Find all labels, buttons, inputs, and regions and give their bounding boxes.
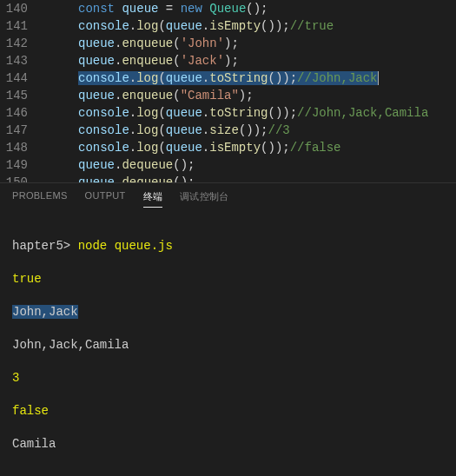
tab-debug-console[interactable]: 调试控制台 xyxy=(180,190,229,208)
code-text: queue.enqueue('John'); xyxy=(43,35,456,52)
code-line[interactable]: 141 console.log(queue.isEmpty());//true xyxy=(0,17,456,35)
code-text: const queue = new Queue(); xyxy=(43,0,456,17)
terminal-line: false xyxy=(12,403,444,420)
code-editor[interactable]: 140 const queue = new Queue(); 141 conso… xyxy=(0,0,456,182)
terminal-line: John,Jack xyxy=(12,304,444,321)
code-text: queue.enqueue("Camila"); xyxy=(43,87,456,104)
code-text: console.log(queue.size());//3 xyxy=(43,122,456,139)
tab-output[interactable]: OUTPUT xyxy=(85,190,126,208)
code-text: console.log(queue.toString());//John,Jac… xyxy=(43,104,456,122)
terminal-line: 3 xyxy=(12,370,444,387)
code-line[interactable]: 146 console.log(queue.toString());//John… xyxy=(0,104,456,122)
line-number: 140 xyxy=(0,0,43,17)
code-text: queue.dequeue(); xyxy=(43,156,456,174)
line-number: 147 xyxy=(0,122,43,139)
tab-problems[interactable]: PROBLEMS xyxy=(12,190,68,208)
tab-terminal[interactable]: 终端 xyxy=(143,190,163,208)
code-text: queue.enqueue('Jack'); xyxy=(43,52,456,69)
line-number: 150 xyxy=(0,174,43,182)
code-line[interactable]: 142 queue.enqueue('John'); xyxy=(0,35,456,52)
panel-tabs: PROBLEMS OUTPUT 终端 调试控制台 xyxy=(0,183,456,215)
code-line[interactable]: 143 queue.enqueue('Jack'); xyxy=(0,52,456,69)
terminal-line: true xyxy=(12,271,444,288)
terminal-line: John,Jack,Camila xyxy=(12,337,444,354)
code-text: console.log(queue.toString());//John,Jac… xyxy=(43,69,456,87)
line-number: 149 xyxy=(0,156,43,174)
code-line[interactable]: 150 queue.dequeue(); xyxy=(0,174,456,182)
line-number: 142 xyxy=(0,35,43,52)
code-line[interactable]: 145 queue.enqueue("Camila"); xyxy=(0,87,456,104)
terminal-line: Camila xyxy=(12,436,444,453)
code-line[interactable]: 148 console.log(queue.isEmpty());//false xyxy=(0,139,456,156)
line-number: 146 xyxy=(0,104,43,122)
code-line[interactable]: 140 const queue = new Queue(); xyxy=(0,0,456,17)
terminal-output[interactable]: hapter5> node queue.js true John,Jack Jo… xyxy=(0,215,456,476)
line-number: 144 xyxy=(0,69,43,87)
code-line[interactable]: 149 queue.dequeue(); xyxy=(0,156,456,174)
code-line[interactable]: 144 console.log(queue.toString());//John… xyxy=(0,69,456,87)
line-number: 148 xyxy=(0,139,43,156)
line-number: 143 xyxy=(0,52,43,69)
code-text: console.log(queue.isEmpty());//false xyxy=(43,139,456,156)
line-number: 141 xyxy=(0,17,43,35)
code-line[interactable]: 147 console.log(queue.size());//3 xyxy=(0,122,456,139)
line-number: 145 xyxy=(0,87,43,104)
terminal-line: hapter5> node queue.js xyxy=(12,238,444,255)
code-text: queue.dequeue(); xyxy=(43,174,456,182)
code-text: console.log(queue.isEmpty());//true xyxy=(43,17,456,35)
